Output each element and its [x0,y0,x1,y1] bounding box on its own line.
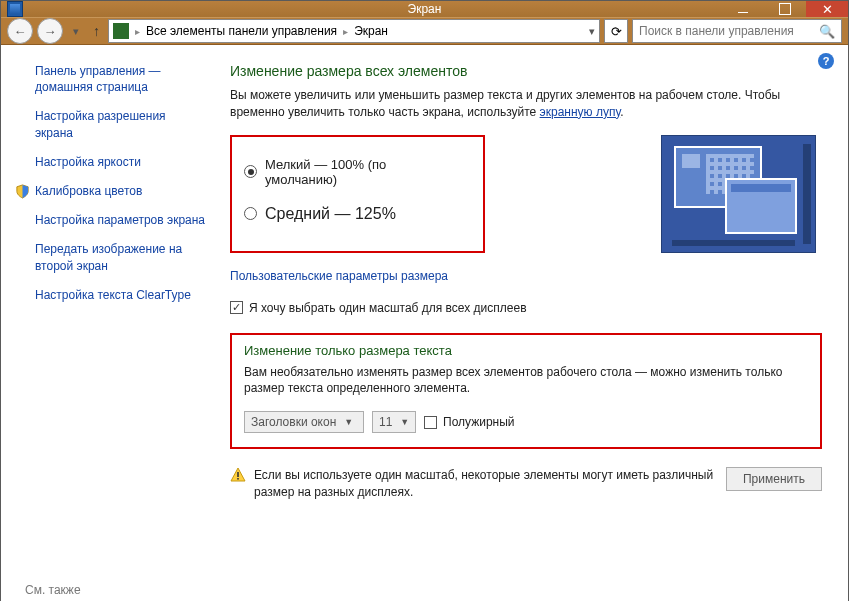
scale-section: Мелкий — 100% (по умолчанию) Средний — 1… [230,135,822,253]
search-icon: 🔍 [819,24,835,39]
titlebar: Экран [1,1,848,17]
breadcrumb-sep: ▸ [343,26,348,37]
svg-rect-0 [237,472,239,477]
address-controls: ▾ [589,25,595,38]
seealso-label: См. также [21,583,206,597]
history-dropdown[interactable]: ▾ [67,22,85,40]
text-size-intro: Вам необязательно изменять размер всех э… [244,364,808,398]
warning-icon [230,467,246,483]
radio-icon [244,207,257,220]
bold-label: Полужирный [443,415,515,429]
sidebar-item-project[interactable]: Передать изображение на второй экран [35,241,206,273]
radio-medium[interactable]: Средний — 125% [244,205,461,223]
single-scale-checkbox[interactable]: Я хочу выбрать один масштаб для всех дис… [230,301,822,315]
system-icon [7,1,23,17]
control-panel-icon [113,23,129,39]
warning-text: Если вы используете один масштаб, некото… [254,467,718,501]
intro-text: Вы можете увеличить или уменьшить размер… [230,87,822,121]
radio-medium-label: Средний — 125% [265,205,396,223]
footer-row: Если вы используете один масштаб, некото… [230,467,822,501]
breadcrumb-root[interactable]: Все элементы панели управления [146,24,337,38]
content: ? Панель управления — домашняя страница … [1,45,848,601]
window-buttons [722,1,848,17]
back-button[interactable]: ← [7,18,33,44]
sidebar-item-brightness[interactable]: Настройка яркости [35,154,206,170]
chevron-down-icon: ▼ [344,417,353,427]
window-title: Экран [408,2,442,16]
address-dropdown-icon[interactable]: ▾ [589,25,595,38]
search-box[interactable]: Поиск в панели управления 🔍 [632,19,842,43]
svg-rect-1 [237,478,239,480]
navbar: ← → ▾ ↑ ▸ Все элементы панели управления… [1,17,848,45]
text-size-controls: Заголовки окон▼ 11▼ Полужирный [244,411,808,433]
radio-small-label: Мелкий — 100% (по умолчанию) [265,157,461,187]
shield-icon [15,184,30,199]
radio-small[interactable]: Мелкий — 100% (по умолчанию) [244,157,461,187]
scale-radio-group: Мелкий — 100% (по умолчанию) Средний — 1… [230,135,485,253]
checkbox-icon [424,416,437,429]
size-dropdown[interactable]: 11▼ [372,411,416,433]
sidebar-item-calibrate[interactable]: Калибровка цветов [35,183,206,199]
sidebar: Панель управления — домашняя страница На… [1,45,216,601]
refresh-button[interactable]: ⟳ [604,19,628,43]
sidebar-item-resolution[interactable]: Настройка разрешения экрана [35,108,206,140]
single-scale-label: Я хочу выбрать один масштаб для всех дис… [249,301,527,315]
sidebar-item-params[interactable]: Настройка параметров экрана [35,212,206,228]
minimize-button[interactable] [722,1,764,17]
forward-button[interactable]: → [37,18,63,44]
text-size-section: Изменение только размера текста Вам необ… [230,333,822,450]
chevron-down-icon: ▼ [400,417,409,427]
magnifier-link[interactable]: экранную лупу [540,105,621,119]
maximize-button[interactable] [764,1,806,17]
search-placeholder: Поиск в панели управления [639,24,794,38]
heading-resize-all: Изменение размера всех элементов [230,63,822,79]
custom-size-link[interactable]: Пользовательские параметры размера [230,269,448,283]
radio-icon [244,165,257,178]
breadcrumb-current[interactable]: Экран [354,24,388,38]
sidebar-item-home[interactable]: Панель управления — домашняя страница [35,63,206,95]
main: Изменение размера всех элементов Вы може… [216,45,848,601]
address-bar[interactable]: ▸ Все элементы панели управления ▸ Экран… [108,19,600,43]
close-button[interactable] [806,1,848,17]
up-button[interactable]: ↑ [89,23,104,39]
bold-checkbox[interactable]: Полужирный [424,415,515,429]
sidebar-item-cleartype[interactable]: Настройка текста ClearType [35,287,206,303]
monitor-illustration [661,135,816,253]
element-dropdown[interactable]: Заголовки окон▼ [244,411,364,433]
checkbox-icon [230,301,243,314]
window: Экран ← → ▾ ↑ ▸ Все элементы панели упра… [0,0,849,601]
breadcrumb-sep: ▸ [135,26,140,37]
apply-button[interactable]: Применить [726,467,822,491]
heading-text-size: Изменение только размера текста [244,343,808,358]
